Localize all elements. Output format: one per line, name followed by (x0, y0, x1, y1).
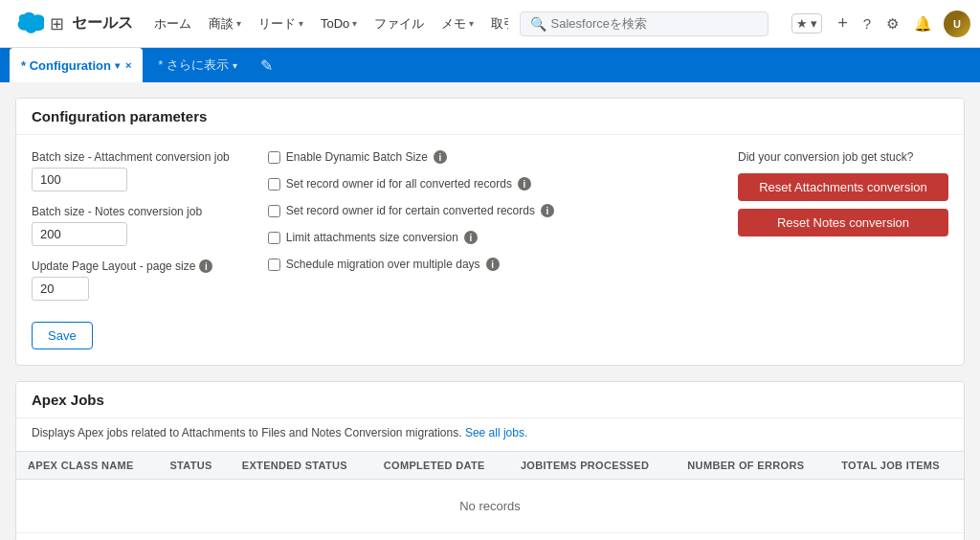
nav-file[interactable]: ファイル (367, 10, 432, 38)
save-button[interactable]: Save (32, 322, 93, 349)
apex-no-records: No records (16, 480, 964, 533)
limit-attachments-label: Limit attachments size conversion (286, 231, 458, 244)
notifications-button[interactable]: 🔔 (910, 11, 936, 36)
col-completed-date: COMPLETED DATE (372, 452, 509, 480)
tab-configuration-chevron[interactable]: ▾ (115, 60, 120, 71)
limit-attachments-checkbox[interactable] (268, 232, 280, 244)
limit-attachments-row: Limit attachments size conversion i (268, 231, 593, 244)
schedule-migration-info-icon[interactable]: i (486, 258, 500, 271)
batch-notes-group: Batch size - Notes conversion job (32, 205, 230, 246)
help-button[interactable]: ? (859, 11, 875, 35)
record-owner-certain-info-icon[interactable]: i (541, 204, 554, 217)
main-content: Configuration parameters Batch size - At… (0, 82, 980, 540)
col-apex-class-name: APEX CLASS NAME (16, 452, 158, 480)
config-middle: Enable Dynamic Batch Size i Set record o… (268, 150, 593, 349)
avatar[interactable]: U (944, 11, 970, 37)
config-card: Configuration parameters Batch size - At… (15, 98, 965, 366)
search-icon: 🔍 (530, 16, 546, 32)
apex-jobs-table-wrap: APEX CLASS NAME STATUS EXTENDED STATUS C… (16, 451, 964, 533)
batch-notes-label: Batch size - Notes conversion job (32, 205, 230, 218)
page-layout-group: Update Page Layout - page size i (32, 259, 230, 301)
search-input[interactable] (551, 16, 758, 31)
page-layout-label: Update Page Layout - page size i (32, 259, 230, 273)
search-bar[interactable]: 🔍 (520, 11, 768, 36)
bell-icon: 🔔 (914, 15, 932, 33)
apex-jobs-title: Apex Jobs (16, 382, 964, 418)
col-jobitems-processed: JOBITEMS PROCESSED (509, 452, 676, 480)
apex-see-all-link[interactable]: See all jobs. (465, 426, 527, 439)
tab-more[interactable]: * さらに表示 ▾ (146, 48, 249, 82)
stuck-label: Did your conversion job get stuck? (738, 150, 948, 164)
config-right: Did your conversion job get stuck? Reset… (738, 150, 948, 349)
star-icon: ★ ▾ (791, 13, 823, 34)
record-owner-all-label: Set record owner id for all converted re… (286, 177, 512, 191)
top-navigation: ⊞ セールス ホーム 商談▾ リード▾ ToDo▾ ファイル メモ▾ 取引先▾ … (0, 0, 980, 48)
col-total-job-items: TOTAL JOB ITEMS (830, 452, 964, 480)
dynamic-batch-row: Enable Dynamic Batch Size i (268, 150, 593, 164)
config-grid: Batch size - Attachment conversion job B… (32, 150, 948, 349)
tab-configuration-close[interactable]: × (125, 59, 131, 71)
apex-jobs-description: Displays Apex jobs related to Attachment… (16, 418, 964, 451)
grid-icon[interactable]: ⊞ (50, 13, 64, 34)
col-status: STATUS (158, 452, 230, 480)
record-owner-all-row: Set record owner id for all converted re… (268, 177, 593, 191)
apex-jobs-thead: APEX CLASS NAME STATUS EXTENDED STATUS C… (16, 452, 964, 480)
batch-attachment-label: Batch size - Attachment conversion job (32, 150, 230, 164)
record-owner-certain-label: Set record owner id for certain converte… (286, 204, 535, 217)
avatar-image: U (944, 11, 970, 37)
nav-shodan[interactable]: 商談▾ (201, 10, 249, 38)
apex-jobs-header-row: APEX CLASS NAME STATUS EXTENDED STATUS C… (16, 452, 964, 480)
question-icon: ? (863, 15, 871, 32)
apex-jobs-card: Apex Jobs Displays Apex jobs related to … (15, 381, 965, 540)
col-extended-status: EXTENDED STATUS (231, 452, 372, 480)
page-layout-info-icon[interactable]: i (199, 259, 212, 273)
setup-button[interactable]: ⚙ (882, 11, 902, 36)
batch-attachment-input[interactable] (32, 168, 127, 191)
schedule-migration-row: Schedule migration over multiple days i (268, 258, 593, 271)
page-layout-input[interactable] (32, 277, 89, 301)
tab-more-label: * さらに表示 (158, 56, 229, 74)
limit-attachments-info-icon[interactable]: i (464, 231, 478, 244)
config-title: Configuration parameters (16, 99, 964, 135)
apex-jobs-tbody: No records (16, 480, 964, 533)
pencil-icon: ✎ (260, 56, 273, 75)
record-owner-all-checkbox[interactable] (268, 178, 280, 191)
batch-attachment-group: Batch size - Attachment conversion job (32, 150, 230, 191)
col-number-of-errors: NUMBER OF ERRORS (676, 452, 830, 480)
dynamic-batch-checkbox[interactable] (268, 151, 280, 164)
batch-notes-input[interactable] (32, 222, 127, 246)
record-owner-all-info-icon[interactable]: i (518, 177, 531, 191)
schedule-migration-label: Schedule migration over multiple days (286, 258, 480, 271)
tabs-bar: * Configuration ▾ × * さらに表示 ▾ ✎ (0, 48, 980, 82)
favorites-button[interactable]: ★ ▾ (788, 10, 827, 37)
apex-no-records-row: No records (16, 480, 964, 533)
dynamic-batch-info-icon[interactable]: i (434, 150, 447, 164)
config-body: Batch size - Attachment conversion job B… (16, 135, 964, 365)
nav-home[interactable]: ホーム (146, 10, 199, 38)
salesforce-logo[interactable] (10, 7, 44, 41)
add-button[interactable]: + (834, 10, 852, 37)
edit-tab-button[interactable]: ✎ (256, 53, 277, 79)
gear-icon: ⚙ (886, 15, 899, 33)
schedule-migration-checkbox[interactable] (268, 259, 280, 271)
nav-torihikisaki[interactable]: 取引先▾ (483, 10, 507, 38)
tab-configuration-label: * Configuration (21, 58, 111, 73)
plus-icon: + (837, 13, 848, 34)
nav-right-icons: ★ ▾ + ? ⚙ 🔔 U (788, 10, 970, 37)
reset-attachments-button[interactable]: Reset Attachments conversion (738, 173, 948, 201)
nav-memo[interactable]: メモ▾ (434, 10, 481, 38)
record-owner-certain-checkbox[interactable] (268, 205, 280, 217)
record-owner-certain-row: Set record owner id for certain converte… (268, 204, 593, 217)
dynamic-batch-label: Enable Dynamic Batch Size (286, 150, 428, 164)
apex-jobs-table: APEX CLASS NAME STATUS EXTENDED STATUS C… (16, 451, 964, 533)
tab-more-chevron[interactable]: ▾ (233, 60, 237, 71)
nav-todo[interactable]: ToDo▾ (313, 11, 365, 36)
nav-menu: ホーム 商談▾ リード▾ ToDo▾ ファイル メモ▾ 取引先▾ 取引先責任者▾… (146, 10, 508, 38)
apex-pagination: Previous Next (16, 533, 964, 540)
nav-lead[interactable]: リード▾ (251, 10, 311, 38)
config-left: Batch size - Attachment conversion job B… (32, 150, 230, 349)
app-brand: セールス (72, 13, 133, 34)
reset-notes-button[interactable]: Reset Notes conversion (738, 209, 948, 236)
tab-configuration[interactable]: * Configuration ▾ × (10, 48, 143, 82)
